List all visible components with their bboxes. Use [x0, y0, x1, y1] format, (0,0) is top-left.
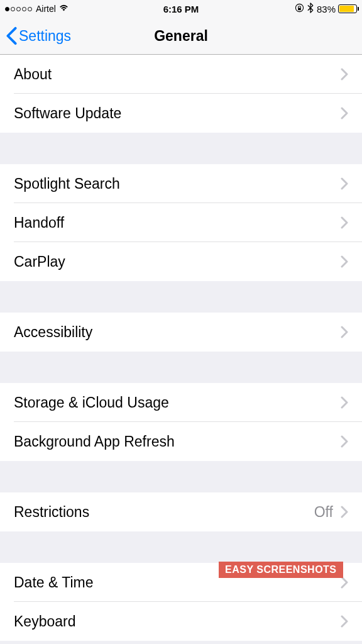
clock-time: 6:16 PM — [163, 4, 199, 14]
settings-group: Storage & iCloud UsageBackground App Ref… — [0, 383, 362, 461]
row-label: Background App Refresh — [14, 433, 175, 450]
row-handoff[interactable]: Handoff — [0, 203, 362, 242]
row-accessibility[interactable]: Accessibility — [0, 313, 362, 352]
row-background-app-refresh[interactable]: Background App Refresh — [0, 422, 362, 461]
chevron-right-icon — [341, 177, 348, 190]
row-keyboard[interactable]: Keyboard — [0, 602, 362, 641]
group-spacer — [0, 352, 362, 383]
chevron-right-icon — [341, 576, 348, 589]
row-spotlight-search[interactable]: Spotlight Search — [0, 164, 362, 203]
chevron-left-icon — [6, 26, 17, 45]
settings-group: Spotlight SearchHandoffCarPlay — [0, 164, 362, 281]
row-label: Restrictions — [14, 504, 89, 521]
row-label: Date & Time — [14, 574, 94, 591]
group-spacer — [0, 281, 362, 313]
page-title: General — [154, 28, 208, 45]
row-accessory — [341, 396, 348, 409]
battery-percentage: 83% — [317, 4, 336, 14]
chevron-right-icon — [341, 68, 348, 80]
status-left: Airtel — [5, 3, 69, 15]
back-button[interactable]: Settings — [6, 26, 71, 45]
row-accessory — [341, 255, 348, 268]
row-value: Off — [314, 504, 333, 521]
row-accessory: Off — [314, 504, 348, 521]
orientation-lock-icon — [295, 3, 304, 14]
row-restrictions[interactable]: RestrictionsOff — [0, 492, 362, 531]
row-carplay[interactable]: CarPlay — [0, 242, 362, 281]
row-label: Spotlight Search — [14, 175, 120, 192]
row-software-update[interactable]: Software Update — [0, 94, 362, 133]
settings-group: AboutSoftware Update — [0, 55, 362, 133]
svg-rect-1 — [298, 8, 301, 11]
carrier-label: Airtel — [36, 4, 56, 14]
row-accessory — [341, 216, 348, 229]
status-bar: Airtel 6:16 PM 83% — [0, 0, 362, 18]
row-accessory — [341, 576, 348, 589]
chevron-right-icon — [341, 506, 348, 518]
navigation-bar: Settings General — [0, 18, 362, 55]
group-spacer — [0, 461, 362, 492]
group-spacer — [0, 531, 362, 563]
row-label: Storage & iCloud Usage — [14, 394, 169, 411]
battery-icon — [338, 4, 357, 13]
chevron-right-icon — [341, 326, 348, 338]
row-label: Keyboard — [14, 613, 75, 630]
settings-group: Accessibility — [0, 313, 362, 352]
row-accessory — [341, 107, 348, 119]
watermark-badge: EASY SCREENSHOTS — [219, 562, 343, 578]
row-label: Accessibility — [14, 324, 92, 341]
cellular-signal-icon — [5, 7, 32, 11]
row-accessory — [341, 177, 348, 190]
chevron-right-icon — [341, 615, 348, 628]
row-label: Handoff — [14, 214, 64, 231]
chevron-right-icon — [341, 255, 348, 268]
bluetooth-icon — [307, 3, 314, 15]
wifi-icon — [58, 3, 69, 15]
row-accessory — [341, 435, 348, 448]
status-right: 83% — [295, 3, 357, 15]
row-accessory — [341, 326, 348, 338]
row-label: Software Update — [14, 105, 121, 122]
group-spacer — [0, 133, 362, 164]
row-storage-icloud-usage[interactable]: Storage & iCloud Usage — [0, 383, 362, 422]
row-label: About — [14, 66, 52, 83]
row-label: CarPlay — [14, 253, 65, 270]
back-label: Settings — [19, 28, 71, 45]
settings-content: AboutSoftware UpdateSpotlight SearchHand… — [0, 55, 362, 644]
chevron-right-icon — [341, 435, 348, 448]
chevron-right-icon — [341, 216, 348, 229]
chevron-right-icon — [341, 396, 348, 409]
settings-group: RestrictionsOff — [0, 492, 362, 531]
row-about[interactable]: About — [0, 55, 362, 94]
row-accessory — [341, 615, 348, 628]
chevron-right-icon — [341, 107, 348, 119]
row-accessory — [341, 68, 348, 80]
